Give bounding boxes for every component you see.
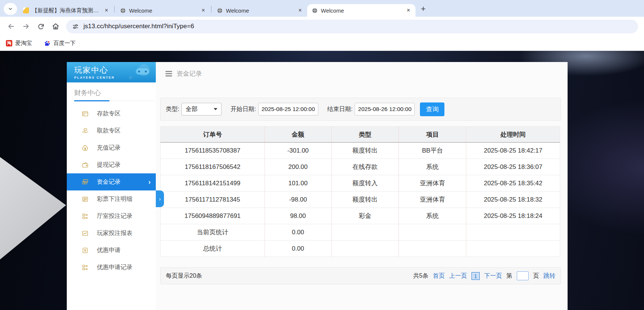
- sidebar-item-lottery-bet-detail[interactable]: 彩票下注明细: [67, 190, 156, 208]
- cell-time: [466, 241, 560, 257]
- forward-button[interactable]: [19, 19, 33, 34]
- close-icon[interactable]: ×: [102, 6, 111, 14]
- sidebar-item-promo-apply[interactable]: 优惠申请: [67, 242, 156, 259]
- cell-time: 2025-08-25 18:36:07: [466, 159, 560, 175]
- sidebar-item-label: 厅室投注记录: [97, 212, 132, 220]
- table-row-total-summary: 总统计 0.00: [161, 241, 560, 257]
- background-triangle-shape: [0, 157, 66, 260]
- next-page-link[interactable]: 下一页: [484, 272, 502, 280]
- sidebar-item-deposit-zone[interactable]: 存款专区: [67, 105, 156, 122]
- gamepad-icon: [125, 63, 154, 81]
- tab-strip: 【新提醒】海燕体育预测推荐区 × Welcome × Welcome × Wel…: [0, 0, 644, 17]
- fund-record-table: 订单号 金额 类型 项目 处理时间 1756118535708387 -301.…: [160, 126, 560, 257]
- end-date-input[interactable]: [355, 103, 415, 115]
- cell-order: 1756117112781345: [161, 192, 265, 208]
- sidebar-item-withdrawal-record[interactable]: 提现记录: [67, 156, 156, 173]
- tab-welcome-active[interactable]: Welcome ×: [307, 4, 415, 17]
- sidebar-item-label: 充值记录: [97, 144, 121, 152]
- cell-item: BB平台: [399, 143, 466, 159]
- cell-item: [399, 224, 466, 241]
- table-row: 1756118535708387 -301.00 额度转出 BB平台 2025-…: [161, 143, 560, 159]
- close-icon[interactable]: ×: [199, 6, 207, 14]
- back-button[interactable]: [4, 19, 19, 34]
- taobao-icon: 淘: [6, 40, 12, 46]
- sidebar-item-promo-apply-record[interactable]: 优惠申请记录: [67, 259, 156, 276]
- sidebar-item-label: 彩票下注明细: [97, 195, 132, 203]
- tab-sports-alert[interactable]: 【新提醒】海燕体育预测推荐区 ×: [19, 4, 114, 17]
- sidebar-item-withdraw-zone[interactable]: 取款专区: [67, 122, 156, 139]
- back-arrow-icon: [7, 22, 15, 30]
- player-center-sidebar: 玩家中心 PLAYERS CENTER 财务中心 存款专区 取款专区: [67, 62, 156, 310]
- sidebar-item-fund-record[interactable]: 资金记录 ›: [67, 173, 156, 190]
- url-text[interactable]: js13.cc/hhcp/usercenter.html?iniType=6: [83, 23, 194, 30]
- table-row: 1756118142151499 101.00 额度转入 亚洲体育 2025-0…: [161, 175, 560, 192]
- tab-search-button[interactable]: [4, 3, 17, 15]
- cell-amount: -98.00: [264, 192, 331, 208]
- reload-icon: [37, 23, 45, 30]
- home-button[interactable]: [48, 19, 63, 34]
- chevron-down-icon: [8, 6, 13, 12]
- grid-list-icon: [82, 264, 89, 271]
- menu-icon[interactable]: [165, 71, 172, 76]
- cell-item: [399, 241, 466, 257]
- cell-item: 亚洲体育: [399, 192, 466, 208]
- tab-welcome-2[interactable]: Welcome ×: [212, 4, 307, 17]
- home-icon: [52, 22, 60, 30]
- start-date-input[interactable]: [258, 103, 318, 115]
- sidebar-collapse-handle[interactable]: ›: [156, 190, 164, 207]
- cell-amount: -301.00: [264, 143, 331, 159]
- tab-welcome-1[interactable]: Welcome ×: [115, 4, 210, 17]
- query-button[interactable]: 查询: [420, 102, 444, 116]
- current-page-badge[interactable]: 1: [472, 272, 480, 280]
- cell-amount: 98.00: [264, 208, 331, 224]
- prev-page-link[interactable]: 上一页: [449, 272, 467, 280]
- bookmark-taobao[interactable]: 淘 爱淘宝: [6, 40, 32, 47]
- table-row: 1756117112781345 -98.00 额度转出 亚洲体育 2025-0…: [161, 192, 560, 208]
- table-header-row: 订单号 金额 类型 项目 处理时间: [161, 127, 560, 143]
- yellow-app-icon: [23, 7, 29, 13]
- sidebar-item-recharge-record[interactable]: 充值记录: [67, 139, 156, 156]
- site-settings-icon[interactable]: [72, 23, 79, 30]
- list-card-icon: [82, 196, 89, 203]
- cell-time: [466, 224, 560, 241]
- tab-separator: [114, 6, 115, 13]
- sidebar-section-underline: [67, 100, 154, 101]
- close-icon[interactable]: ×: [296, 6, 304, 14]
- jump-button[interactable]: 跳转: [543, 272, 555, 280]
- globe-icon: [312, 7, 318, 14]
- filter-bar: 类型: 全部 开始日期: 结束日期: 查询: [160, 98, 561, 121]
- bookmark-label: 爱淘宝: [15, 40, 32, 47]
- bookmark-baidu[interactable]: 百度一下: [44, 40, 76, 47]
- cell-type: 额度转出: [331, 143, 399, 159]
- jump-suffix-label: 页: [533, 272, 539, 280]
- sidebar-item-player-bet-report[interactable]: 玩家投注报表: [67, 225, 156, 242]
- column-header-order: 订单号: [161, 127, 265, 143]
- cell-type: 额度转出: [331, 192, 399, 208]
- sidebar-item-label: 玩家投注报表: [97, 229, 132, 237]
- grid-list-icon: [82, 213, 89, 220]
- column-header-amount: 金额: [264, 127, 331, 143]
- close-icon[interactable]: ×: [404, 6, 413, 14]
- first-page-link[interactable]: 首页: [433, 272, 445, 280]
- reload-button[interactable]: [33, 19, 48, 34]
- cell-order: 当前页统计: [161, 224, 265, 241]
- tab-separator: [211, 6, 211, 13]
- new-tab-button[interactable]: +: [418, 3, 429, 14]
- sidebar-banner: 玩家中心 PLAYERS CENTER: [67, 62, 156, 82]
- bookmark-label: 百度一下: [53, 40, 76, 47]
- wallet-icon: [82, 161, 89, 169]
- cell-amount: 200.00: [264, 159, 331, 175]
- jump-page-input[interactable]: [517, 271, 529, 280]
- type-select[interactable]: 全部: [181, 103, 221, 115]
- column-header-item: 项目: [399, 127, 466, 143]
- address-bar[interactable]: js13.cc/hhcp/usercenter.html?iniType=6: [66, 20, 638, 33]
- tab-title: Welcome: [129, 7, 196, 14]
- sidebar-item-hall-bet-record[interactable]: 厅室投注记录: [67, 208, 156, 225]
- money-bag-icon: [82, 144, 89, 151]
- cell-type: [331, 241, 399, 257]
- cell-item: 亚洲体育: [399, 175, 466, 192]
- baidu-paw-icon: [44, 40, 50, 47]
- sidebar-item-label: 取款专区: [97, 127, 121, 135]
- forward-arrow-icon: [22, 22, 30, 30]
- fund-record-table-wrap: 订单号 金额 类型 项目 处理时间 1756118535708387 -301.…: [160, 126, 561, 257]
